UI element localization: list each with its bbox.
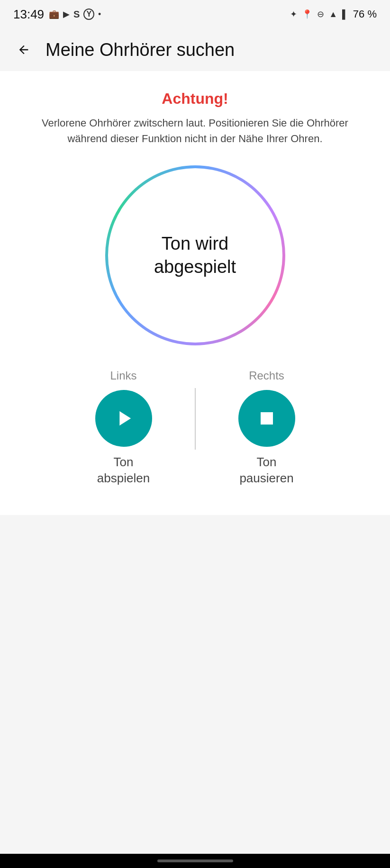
notification-dot: • [98,9,101,19]
back-button[interactable] [11,37,36,62]
wifi-icon: ▲ [329,9,337,19]
location-icon: 📍 [302,9,312,19]
circle-inner: Ton wirdabgespielt [112,172,278,338]
controls-section: Links Tonabspielen Rechts Tonpausieren [14,369,376,487]
divider [195,388,196,450]
bluetooth-icon: ✦ [290,9,297,19]
status-bar: 13:49 💼 ▶ S Y • ✦ 📍 ⊖ ▲ ▌ 76 % [0,0,390,28]
stop-icon [254,406,279,431]
status-right: ✦ 📍 ⊖ ▲ ▌ 76 % [290,8,377,20]
page-title: Meine Ohrhörer suchen [45,40,235,60]
pause-sound-button[interactable] [238,390,295,447]
warning-title: Achtung! [24,90,366,108]
home-indicator [157,859,233,862]
youtube-icon: ▶ [63,9,70,19]
status-icons: 💼 ▶ S Y • [49,9,101,20]
battery-level: 76 % [353,8,377,20]
left-control: Links Tonabspielen [57,369,190,487]
spotify-icon: S [73,9,80,20]
play-icon [111,406,136,431]
warning-section: Achtung! Verlorene Ohrhörer zwitschern l… [14,90,376,146]
status-left: 13:49 💼 ▶ S Y • [13,7,101,22]
play-sound-button[interactable] [95,390,152,447]
back-arrow-icon [17,43,30,56]
right-label-top: Rechts [249,369,284,382]
right-control: Rechts Tonpausieren [200,369,333,487]
left-label-top: Links [110,369,136,382]
dnd-icon: ⊖ [317,9,324,19]
briefcase-icon: 💼 [49,9,59,19]
circle-status-text: Ton wirdabgespielt [154,232,236,279]
status-time: 13:49 [13,7,44,22]
warning-text: Verlorene Ohrhörer zwitschern laut. Posi… [24,115,366,146]
left-label-bottom: Tonabspielen [97,454,150,487]
yale-icon: Y [83,9,94,20]
signal-icon: ▌ [342,9,348,19]
main-content: Achtung! Verlorene Ohrhörer zwitschern l… [0,71,390,515]
bottom-bar [0,854,390,868]
header: Meine Ohrhörer suchen [0,28,390,71]
right-label-bottom: Tonpausieren [239,454,293,487]
circle-container: Ton wirdabgespielt [105,165,285,345]
